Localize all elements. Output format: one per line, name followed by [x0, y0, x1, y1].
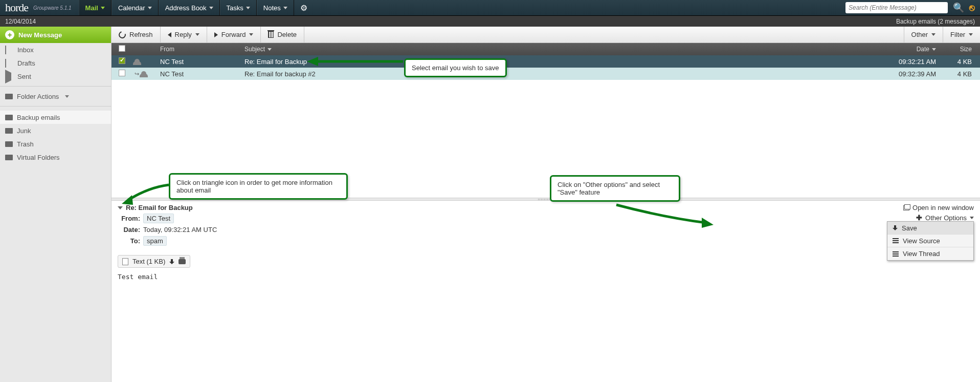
refresh-icon — [117, 30, 127, 39]
row-date: 09:32:21 AM — [862, 58, 944, 66]
new-message-button[interactable]: + New Message — [0, 27, 111, 43]
folder-virtual[interactable]: Virtual Folders — [0, 151, 111, 164]
preview-date: Today, 09:32:21 AM UTC — [143, 225, 217, 234]
arrow-annotation — [614, 202, 716, 228]
folder-icon — [5, 128, 13, 134]
chevron-down-icon — [249, 33, 253, 36]
folder-icon — [5, 115, 13, 120]
column-date[interactable]: Date — [862, 46, 944, 53]
search-input[interactable] — [845, 2, 948, 13]
popup-view-source[interactable]: View Source — [887, 235, 973, 247]
envelope-icon — [5, 59, 6, 68]
row-checkbox[interactable] — [119, 70, 125, 76]
row-size: 4 KB — [944, 58, 980, 66]
folder-icon — [5, 155, 13, 160]
folder-icon — [5, 94, 13, 99]
folder-backup-emails[interactable]: Backup emails — [0, 111, 111, 124]
person-icon — [135, 59, 140, 64]
plus-icon: + — [5, 30, 14, 39]
list-icon — [893, 238, 899, 243]
message-row[interactable]: NC Test Re: Email for Backup 09:32:21 AM… — [112, 55, 980, 68]
reply-button[interactable]: Reply — [161, 27, 207, 43]
folder-junk[interactable]: Junk — [0, 124, 111, 137]
folder-status: Backup emails (2 messages) — [896, 18, 975, 25]
preview-from[interactable]: NC Test — [143, 214, 174, 223]
folder-icon — [5, 141, 13, 147]
filter-menu[interactable]: Filter — [943, 27, 980, 43]
popup-view-thread[interactable]: View Thread — [887, 247, 973, 260]
row-size: 4 KB — [944, 70, 980, 78]
to-label: To: — [118, 237, 143, 245]
print-icon[interactable] — [179, 259, 186, 264]
row-checkbox[interactable] — [119, 57, 125, 64]
open-new-window-link[interactable]: Open in new window — [903, 204, 974, 211]
logout-icon[interactable]: ⎋ — [969, 3, 975, 13]
person-icon — [141, 71, 146, 76]
select-all-checkbox[interactable] — [119, 45, 125, 52]
message-row[interactable]: ↪ NC Test Re: Email for backup #2 09:32:… — [112, 68, 980, 80]
callout-triangle: Click on triangle icon in order to get m… — [169, 173, 348, 200]
search-icon[interactable]: 🔍 — [953, 2, 964, 13]
list-icon — [893, 251, 899, 257]
chevron-down-icon — [283, 7, 287, 9]
chevron-down-icon — [931, 33, 936, 36]
from-label: From: — [118, 215, 143, 222]
nav-tasks[interactable]: Tasks — [220, 0, 257, 15]
svg-marker-3 — [702, 218, 714, 228]
chevron-down-icon — [969, 33, 973, 36]
replied-icon: ↪ — [135, 71, 139, 77]
nav-mail[interactable]: Mail — [79, 0, 112, 15]
envelope-icon — [5, 46, 6, 54]
sort-icon — [268, 48, 272, 51]
sidebar-drafts[interactable]: Drafts — [0, 56, 111, 70]
delete-button[interactable]: Delete — [261, 27, 304, 43]
document-icon — [122, 258, 128, 265]
other-options-popup: Save View Source View Thread — [887, 221, 974, 261]
download-icon[interactable] — [169, 259, 174, 264]
gear-icon[interactable]: ⚙ — [294, 3, 314, 13]
nav-notes[interactable]: Notes — [257, 0, 294, 15]
svg-marker-2 — [122, 195, 133, 205]
column-subject[interactable]: Subject — [244, 46, 862, 53]
sidebar-sent[interactable]: Sent — [0, 70, 111, 83]
folder-actions-menu[interactable]: Folder Actions — [0, 90, 111, 103]
sort-icon — [932, 48, 936, 51]
nav-addressbook[interactable]: Address Book — [159, 0, 220, 15]
row-date: 09:32:39 AM — [862, 70, 944, 78]
svg-marker-1 — [307, 57, 318, 66]
callout-other-options: Click on "Other options" and select "Sav… — [550, 175, 680, 202]
arrow-annotation — [118, 182, 174, 205]
message-list-header: From Subject Date Size — [112, 43, 980, 55]
nav-calendar[interactable]: Calendar — [112, 0, 159, 15]
trash-icon — [268, 31, 274, 38]
other-menu[interactable]: Other — [904, 27, 943, 43]
sidebar-inbox[interactable]: Inbox — [0, 43, 111, 56]
preview-to[interactable]: spam — [143, 236, 167, 246]
chevron-down-icon — [101, 7, 105, 9]
arrow-annotation — [307, 55, 404, 68]
send-icon — [5, 70, 11, 83]
column-from[interactable]: From — [160, 46, 244, 53]
chevron-down-icon — [246, 7, 250, 9]
chevron-down-icon — [65, 95, 69, 98]
callout-select-email: Select email you wish to save — [404, 58, 507, 77]
date-label: Date: — [118, 226, 143, 234]
reply-icon — [168, 32, 171, 37]
folder-trash[interactable]: Trash — [0, 137, 111, 151]
expand-triangle-icon[interactable] — [118, 206, 123, 209]
app-version: Groupware 5.1.1 — [33, 5, 72, 11]
forward-button[interactable]: Forward — [207, 27, 261, 43]
other-options-link[interactable]: ✚Other Options — [903, 214, 974, 222]
popup-save[interactable]: Save — [887, 222, 973, 235]
attachment-bar: Text (1 KB) — [118, 255, 190, 268]
chevron-down-icon — [970, 217, 974, 219]
download-icon — [893, 225, 898, 230]
forward-icon — [214, 32, 218, 37]
chevron-down-icon — [195, 33, 199, 36]
new-window-icon — [903, 205, 909, 210]
chevron-down-icon — [148, 7, 152, 9]
column-size[interactable]: Size — [944, 46, 980, 53]
refresh-button[interactable]: Refresh — [112, 27, 161, 43]
attachment-label: Text (1 KB) — [132, 258, 165, 265]
email-body: Test email — [118, 273, 974, 281]
